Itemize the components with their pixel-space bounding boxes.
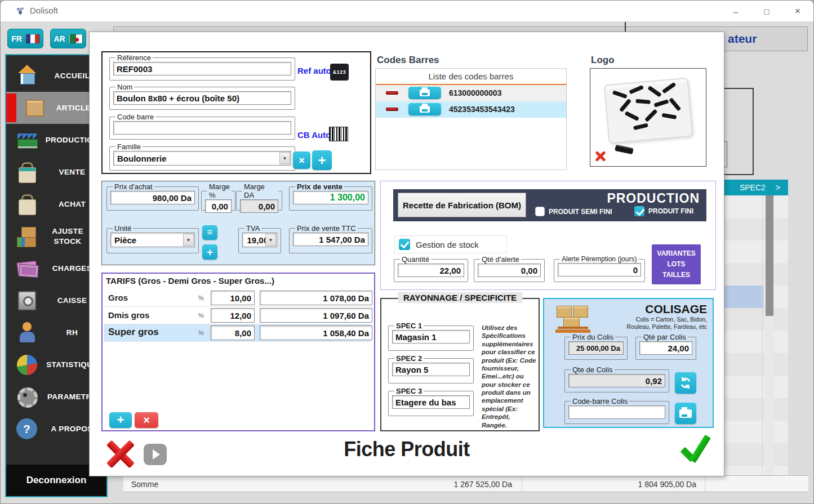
totals-row: Somme 1 267 525,00 Da 1 804 905,00 Da xyxy=(123,475,808,492)
produit-semi-fini-option[interactable]: PRODUIT SEMI FINI xyxy=(535,207,612,216)
barcode-row-selected[interactable]: 452353453543423 xyxy=(376,101,566,118)
ref-auto-label: Ref auto xyxy=(297,66,331,75)
alerte-peremption-input[interactable] xyxy=(558,263,641,276)
variantes-line: LOTS xyxy=(652,259,701,270)
reference-input[interactable] xyxy=(113,62,291,75)
spec3-input[interactable] xyxy=(392,395,470,409)
product-name-input[interactable] xyxy=(113,91,291,105)
app-icon xyxy=(15,6,25,16)
marge-da-input[interactable] xyxy=(240,199,278,213)
window-title: Dolisoft xyxy=(30,6,58,15)
variantes-line: VARIANTES xyxy=(652,248,701,259)
ref-auto-button[interactable]: &123 xyxy=(330,64,349,81)
close-button[interactable]: × xyxy=(789,5,806,18)
production-title: PRODUCTION xyxy=(607,191,700,206)
semi-fini-label: PRODUIT SEMI FINI xyxy=(549,208,612,216)
tarif-percent-input[interactable] xyxy=(211,291,255,305)
prix-vente-input[interactable] xyxy=(293,191,368,204)
stock-boxes-icon xyxy=(15,225,39,248)
colisage-subtitle: Colis = Carton, Sac, Bidon, xyxy=(636,316,707,323)
product-photo[interactable] xyxy=(590,68,706,167)
remove-icon[interactable] xyxy=(386,91,398,95)
checkbox-checked-icon[interactable] xyxy=(399,239,410,250)
famille-select[interactable]: Boulonnerie ▼ xyxy=(113,151,291,166)
qte-par-colis-input[interactable] xyxy=(639,341,692,355)
prix-achat-input[interactable] xyxy=(110,191,195,204)
prix-colis-input[interactable] xyxy=(568,341,624,355)
checkbox-checked-icon[interactable] xyxy=(634,206,644,216)
reference-label: Référence xyxy=(115,53,153,62)
qte-alerte-input[interactable] xyxy=(478,264,541,277)
colisage-title: COLISAGE xyxy=(645,302,707,316)
tarif-percent-input[interactable] xyxy=(211,308,255,323)
marge-pct-label: Marge % xyxy=(207,182,232,199)
tarif-price-input[interactable] xyxy=(260,291,372,305)
chevron-down-icon: ▼ xyxy=(183,234,194,246)
tarif-row-super-gros[interactable]: Super gros % xyxy=(104,324,371,342)
tarif-name: Gros xyxy=(108,293,128,302)
print-barcode-button[interactable] xyxy=(408,103,441,115)
lang-fr-button[interactable]: FR xyxy=(7,29,43,48)
scrollbar-thumb[interactable] xyxy=(766,195,773,316)
identity-group: Référence Nom Code barre Famille Boulonn… xyxy=(101,51,371,174)
logo-title: Logo xyxy=(591,55,615,66)
quantite-input[interactable] xyxy=(398,264,464,277)
tarifs-title: TARIFS (Gros - Demi Gros - Super Gros...… xyxy=(106,276,274,286)
remove-icon[interactable] xyxy=(386,108,398,111)
tarif-percent-input[interactable] xyxy=(211,325,255,340)
minimize-button[interactable]: – xyxy=(727,5,744,18)
barcode-input[interactable] xyxy=(113,121,291,135)
tarif-price-input[interactable] xyxy=(260,308,372,323)
tarif-row-gros[interactable]: Gros % xyxy=(104,289,371,307)
pie-chart-icon xyxy=(17,355,37,375)
delete-photo-icon[interactable] xyxy=(595,150,606,162)
maximize-button[interactable]: □ xyxy=(758,5,775,18)
printer-icon xyxy=(420,90,430,96)
percent-sign: % xyxy=(198,329,204,336)
qte-colis-label: Qte de Colis xyxy=(571,365,615,374)
checkbox-unchecked-icon[interactable] xyxy=(535,207,545,216)
barcode-row[interactable]: 613000000003 xyxy=(376,85,566,101)
marge-pct-input[interactable] xyxy=(205,199,232,213)
gestion-stock-option[interactable]: Gestion de stock xyxy=(394,235,507,253)
barcode-icon[interactable] xyxy=(329,127,348,141)
refresh-icon xyxy=(679,377,692,389)
spec1-input[interactable] xyxy=(392,330,470,344)
lang-ar-button[interactable]: AR xyxy=(50,29,86,48)
prix-vente-ttc-input[interactable] xyxy=(293,233,368,246)
famille-add-button[interactable]: + xyxy=(312,150,332,170)
produit-fini-option[interactable]: PRODUIT FINI xyxy=(634,206,693,216)
unite-list-button[interactable]: ≡ xyxy=(202,225,217,240)
tarif-add-button[interactable]: + xyxy=(109,412,132,428)
codes-barres-list: Liste des codes barres 613000000003 4523… xyxy=(375,68,567,170)
gear-icon xyxy=(15,385,39,409)
tarif-delete-button[interactable]: × xyxy=(135,412,158,428)
prix-achat-label: Prix d'achat xyxy=(113,182,154,191)
column-divider xyxy=(522,476,522,492)
spec2-input[interactable] xyxy=(392,363,470,376)
purchase-bag-icon xyxy=(15,193,39,216)
famille-clear-button[interactable]: × xyxy=(293,151,310,169)
tarif-row-demi-gros[interactable]: Dmis gros % xyxy=(104,307,371,324)
cb-auto-label: CB Auto xyxy=(297,130,331,140)
alerte-peremption-label: Alerte Péremption (jours) xyxy=(560,255,638,263)
chevron-down-icon: ▼ xyxy=(265,234,276,246)
bom-button[interactable]: Recette de Fabrication (BOM) xyxy=(398,193,526,217)
pallet-boxes-icon xyxy=(555,305,590,333)
tarif-price-input[interactable] xyxy=(260,325,372,340)
somme-label: Somme xyxy=(131,480,158,489)
print-colis-button[interactable] xyxy=(675,403,696,424)
barcode-value: 613000000003 xyxy=(449,85,501,101)
tva-select[interactable]: 19,00 ▼ xyxy=(242,233,277,247)
validate-save-button[interactable] xyxy=(678,431,714,468)
code-barre-colis-input[interactable] xyxy=(568,405,665,419)
unite-add-button[interactable]: + xyxy=(202,244,217,260)
qte-colis-input[interactable] xyxy=(568,374,665,387)
variantes-lots-tailles-button[interactable]: VARIANTES LOTS TAILLES xyxy=(652,244,701,284)
recalc-colis-button[interactable] xyxy=(675,372,696,394)
factory-icon xyxy=(15,128,39,152)
print-barcode-button[interactable] xyxy=(408,87,441,99)
prix-vente-ttc-label: Prix de vente TTC xyxy=(295,224,358,233)
unite-select[interactable]: Pièce ▼ xyxy=(110,233,195,247)
user-name-text: ateur xyxy=(728,32,757,46)
